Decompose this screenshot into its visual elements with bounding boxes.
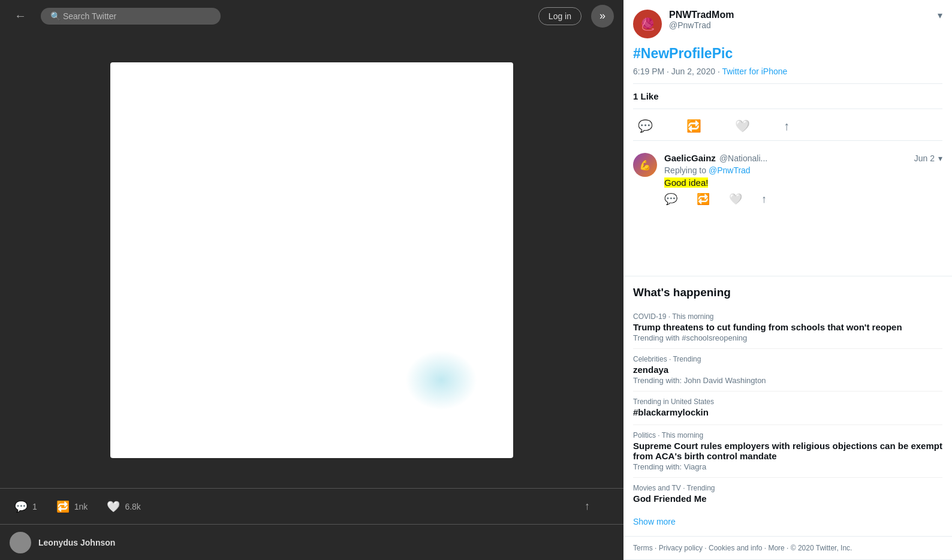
reply-count: 1 [32,502,37,511]
trending-item[interactable]: COVID-19 · This morningTrump threatens t… [633,306,942,349]
reply-reply-button[interactable]: 💬 [664,192,677,206]
reply-avatar-image: 💪 [639,159,651,171]
trending-topic: God Friended Me [633,493,942,504]
share-action-group[interactable]: ↑ [585,500,590,513]
reply-text: Good idea! [664,177,942,188]
trending-topic: Supreme Court rules employers with relig… [633,441,942,461]
reply-text-highlight: Good idea! [664,177,708,188]
trending-item[interactable]: Politics · This morningSupreme Court rul… [633,425,942,478]
show-more[interactable]: Show more [633,511,942,526]
trending-item[interactable]: Celebrities · TrendingzendayaTrending wi… [633,349,942,392]
trending-items-container: COVID-19 · This morningTrump threatens t… [633,306,942,511]
tweet-meta: 6:19 PM · Jun 2, 2020 · Twitter for iPho… [633,67,942,76]
trending-topic: zendaya [633,365,942,375]
trending-section: What's happening COVID-19 · This morning… [623,276,952,537]
tweet-action-buttons: 💬 🔁 🤍 ↑ [633,112,942,141]
reply-icon: 💬 [638,119,653,133]
trending-topic: Trump threatens to cut funding from scho… [633,322,942,332]
image-container [0,32,623,488]
reply-header: GaelicGainz @Nationali... Jun 2 ▾ [664,153,942,163]
like-action-group[interactable]: 🤍 6.8k [107,500,140,513]
reply-item: 💪 GaelicGainz @Nationali... Jun 2 ▾ Repl… [633,148,942,210]
share-button[interactable]: ↑ [779,115,794,138]
search-icon: 🔍 [50,11,61,21]
bottom-tweet: Leonydus Johnson [0,524,623,560]
bottom-tweet-author: Leonydus Johnson [38,538,115,547]
like-icon: 🤍 [107,500,120,513]
login-button[interactable]: Log in [538,7,582,25]
tweet-hashtag: #NewProfilePic [633,46,942,62]
footer-links: Terms · Privacy policy · Cookies and inf… [623,537,952,560]
retweet-count: 1nk [74,502,88,511]
trending-category: Celebrities · Trending [633,355,942,363]
left-panel: ← 🔍 Search Twitter Log in » 💬 1 🔁 1nk 🤍 … [0,0,623,560]
trending-category: COVID-19 · This morning [633,312,942,321]
reply-action-buttons: 💬 🔁 🤍 ↑ [664,192,942,206]
chevron-down-icon[interactable]: ▾ [938,10,942,21]
retweet-button[interactable]: 🔁 [682,114,706,138]
tweet-header: 🧶 PNWTradMom @PnwTrad ▾ [633,10,942,38]
like-count-label: Like [641,91,659,101]
trending-subtopic: Trending with: Viagra [633,462,942,471]
trending-category: Politics · This morning [633,431,942,439]
reply-to-link[interactable]: @PnwTrad [709,165,751,175]
reply-author-name[interactable]: GaelicGainz [664,153,716,163]
right-panel: 🧶 PNWTradMom @PnwTrad ▾ #NewProfilePic 6… [623,0,952,560]
reply-avatar: 💪 [633,153,657,177]
tweet-via-link[interactable]: Twitter for iPhone [722,67,787,76]
avatar-image: 🧶 [640,17,655,31]
reply-action-group[interactable]: 💬 1 [14,500,37,513]
retweet-icon: 🔁 [56,500,70,513]
trending-subtopic: Trending with #schoolsreopening [633,333,942,342]
reply-date: Jun 2 [914,153,935,163]
tweet-stats: 1 Like [633,83,942,109]
image-glow [405,350,477,410]
trending-item[interactable]: Trending in United States#blackarmylocki… [633,392,942,425]
back-button[interactable]: ← [10,4,31,28]
retweet-icon: 🔁 [686,119,701,133]
search-box[interactable]: 🔍 Search Twitter [41,8,221,25]
search-placeholder: Search Twitter [63,11,116,21]
retweet-action-group[interactable]: 🔁 1nk [56,500,88,513]
reply-author-username[interactable]: @Nationali... [719,153,767,163]
tweet-display-name[interactable]: PNWTradMom [669,10,938,20]
like-count: 6.8k [125,502,140,511]
reply-like-button[interactable]: 🤍 [729,192,742,206]
bottom-tweet-avatar [10,532,31,553]
trending-subtopic: Trending with: John David Washington [633,376,942,385]
tweet-username[interactable]: @PnwTrad [669,20,938,30]
like-button[interactable]: 🤍 [730,114,755,138]
content-area [0,32,623,488]
trending-category: Trending in United States [633,398,942,406]
tweet-detail: 🧶 PNWTradMom @PnwTrad ▾ #NewProfilePic 6… [623,0,952,276]
tweet-timestamp: 6:19 PM · Jun 2, 2020 [633,67,715,76]
reply-icon: 💬 [14,500,28,513]
like-count-number: 1 [633,91,638,101]
like-icon: 🤍 [735,119,750,133]
tweet-author-avatar: 🧶 [633,10,662,38]
reply-button[interactable]: 💬 [633,114,658,138]
bottom-action-bar: 💬 1 🔁 1nk 🤍 6.8k ↑ [0,488,623,524]
top-bar: ← 🔍 Search Twitter Log in » [0,0,623,32]
tweet-user-info: PNWTradMom @PnwTrad [669,10,938,30]
reply-section: 💪 GaelicGainz @Nationali... Jun 2 ▾ Repl… [633,141,942,218]
trending-category: Movies and TV · Trending [633,484,942,492]
reply-retweet-button[interactable]: 🔁 [697,192,710,206]
share-icon: ↑ [585,500,590,513]
trending-item[interactable]: Movies and TV · TrendingGod Friended Me [633,478,942,511]
trending-title: What's happening [633,286,942,299]
tweet-image [110,62,513,458]
reply-chevron-icon[interactable]: ▾ [938,153,942,163]
reply-share-button[interactable]: ↑ [761,192,767,206]
share-icon: ↑ [784,119,790,133]
reply-content: GaelicGainz @Nationali... Jun 2 ▾ Replyi… [664,153,942,206]
reply-to: Replying to @PnwTrad [664,165,942,175]
footer-text: Terms · Privacy policy · Cookies and inf… [633,544,852,552]
trending-topic: #blackarmylockin [633,407,942,417]
more-button[interactable]: » [591,5,614,28]
